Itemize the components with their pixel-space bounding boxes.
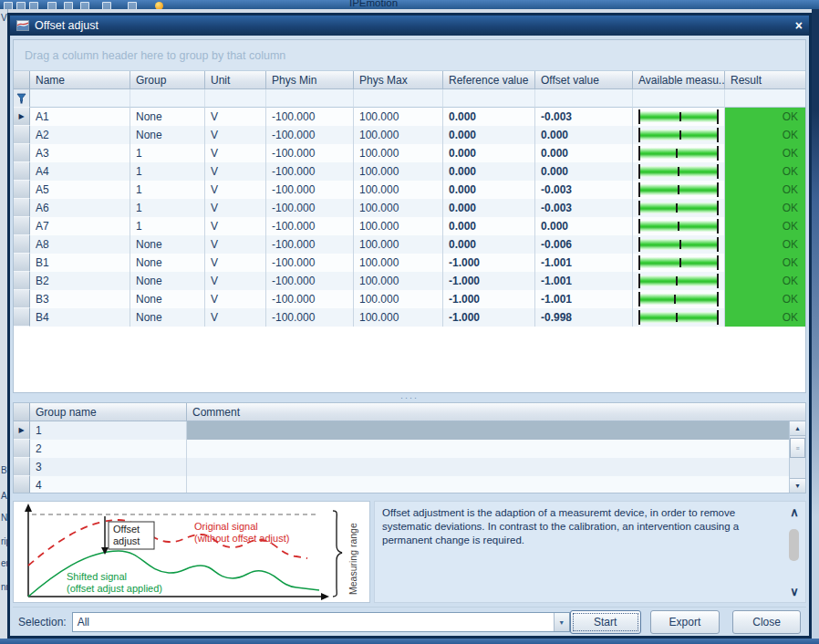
toolbar-icon[interactable] [4,2,13,9]
row-selector[interactable] [14,162,30,181]
table-row[interactable]: B4NoneV-100.000100.000-1.000-0.998OK [14,308,805,327]
filter-cell-reference-value[interactable] [443,89,535,108]
filter-cell-name[interactable] [30,89,130,108]
list-item[interactable]: 4 [14,476,805,493]
table-row[interactable]: A61V-100.000100.0000.000-0.003OK [14,199,805,217]
table-row[interactable]: A31V-100.000100.0000.0000.000OK [14,144,805,162]
row-selector[interactable] [14,126,30,144]
toolbar-icon[interactable] [47,2,57,9]
close-button[interactable]: Close [732,610,801,634]
filter-cell-phys-min[interactable] [266,89,354,108]
column-header-available-measu[interactable]: Available measu... [633,71,725,89]
scrollbar-thumb[interactable]: ≡ [790,438,805,458]
cell-name: A5 [30,181,130,199]
cell-comment [187,458,805,476]
toolbar-icon[interactable] [64,2,73,9]
table-row[interactable]: A8NoneV-100.000100.0000.000-0.006OK [14,235,805,254]
table-row[interactable]: B3NoneV-100.000100.000-1.000-1.001OK [14,290,805,308]
meter-left-tick [638,109,640,124]
smiley-icon[interactable] [155,2,163,9]
list-item[interactable]: ▶1 [14,421,805,440]
table-row[interactable]: A51V-100.000100.0000.000-0.003OK [14,181,805,199]
dialog-titlebar[interactable]: Offset adjust × [10,16,809,36]
row-selector[interactable] [14,308,30,327]
filter-cell-unit[interactable] [205,89,266,108]
column-header-name[interactable]: Name [30,71,130,89]
toolbar-icon[interactable] [102,2,111,9]
close-icon[interactable]: × [795,19,803,32]
row-selector[interactable] [14,254,30,272]
panel-splitter[interactable]: ···· [13,393,806,402]
column-header-phys-min[interactable]: Phys Min [266,71,354,89]
cell-phys-max: 100.000 [354,108,443,126]
row-selector[interactable] [14,272,30,290]
table-row[interactable]: A41V-100.000100.0000.0000.000OK [14,162,805,181]
column-header-result[interactable]: Result [725,71,805,89]
export-button[interactable]: Export [650,610,721,634]
column-header-unit[interactable]: Unit [205,71,266,89]
cell-unit: V [205,181,266,199]
result-cell: OK [725,254,805,272]
filter-cell-available-measu[interactable] [633,89,725,108]
cell-phys-min: -100.000 [266,162,354,181]
cell-name: A1 [30,108,130,126]
description-scrollbar[interactable]: ∧ ∨ [786,504,803,599]
background-text-fragment: B [1,465,7,475]
available-measurements-cell [633,162,725,181]
table-row[interactable]: ▶A1NoneV-100.000100.0000.000-0.003OK [14,108,805,126]
start-button[interactable]: Start [570,610,641,634]
table-row[interactable]: A2NoneV-100.000100.0000.0000.000OK [14,126,805,144]
background-app-toolbar: IPEmotion [0,0,819,9]
row-selector[interactable] [14,235,30,254]
background-bottom-bar [0,639,819,644]
scroll-up-icon[interactable]: ▲ [790,421,805,436]
column-header-group-name[interactable]: Group name [30,403,187,421]
scroll-down-icon[interactable]: ∨ [786,584,803,599]
group-by-area[interactable]: Drag a column header here to group by th… [14,40,805,71]
filter-cell-group[interactable] [130,89,205,108]
row-selector[interactable] [14,440,30,458]
cell-name: A2 [30,126,130,144]
row-selector[interactable]: ▶ [14,421,30,440]
list-item[interactable]: 3 [14,458,805,476]
toolbar-icon[interactable] [80,2,89,9]
table-row[interactable]: B1NoneV-100.000100.000-1.000-1.001OK [14,254,805,272]
row-selector[interactable]: ▶ [14,108,30,126]
cell-phys-max: 100.000 [354,126,443,144]
scroll-down-icon[interactable]: ▼ [790,478,805,493]
cell-reference-value: -1.000 [443,308,535,327]
table-row[interactable]: B2NoneV-100.000100.000-1.000-1.001OK [14,272,805,290]
column-header-phys-max[interactable]: Phys Max [354,71,443,89]
cell-unit: V [205,162,266,181]
cell-phys-max: 100.000 [354,308,443,327]
table-row[interactable]: A71V-100.000100.0000.0000.000OK [14,217,805,235]
chevron-down-icon[interactable]: ▼ [554,613,569,631]
scrollbar-thumb[interactable] [789,529,799,561]
scroll-up-icon[interactable]: ∧ [786,504,803,520]
meter-left-tick [638,219,640,234]
column-header-offset-value[interactable]: Offset value [535,71,633,89]
cell-group: None [130,126,205,144]
row-selector[interactable] [14,290,30,308]
filter-cell-phys-max[interactable] [354,89,443,108]
row-selector[interactable] [14,476,30,493]
groups-scrollbar[interactable]: ▲ ≡ ▼ [789,421,805,493]
available-measurements-cell [633,254,725,272]
toolbar-icon[interactable] [128,2,137,9]
filter-cell-result[interactable] [725,89,805,108]
row-selector[interactable] [14,217,30,235]
row-selector[interactable] [14,199,30,217]
list-item[interactable]: 2 [14,440,805,458]
toolbar-icon[interactable] [29,2,38,9]
filter-selector-cell[interactable] [14,89,30,108]
row-selector[interactable] [14,458,30,476]
row-selector[interactable] [14,144,30,162]
column-header-reference-value[interactable]: Reference value [443,71,535,89]
column-header-group[interactable]: Group [130,71,205,89]
offset-adjust-dialog: Offset adjust × Drag a column header her… [7,13,812,639]
row-selector[interactable] [14,181,30,199]
selection-combobox[interactable]: All ▼ [72,612,570,632]
toolbar-icon[interactable] [16,2,26,9]
column-header-comment[interactable]: Comment [187,403,805,421]
filter-cell-offset-value[interactable] [535,89,633,108]
